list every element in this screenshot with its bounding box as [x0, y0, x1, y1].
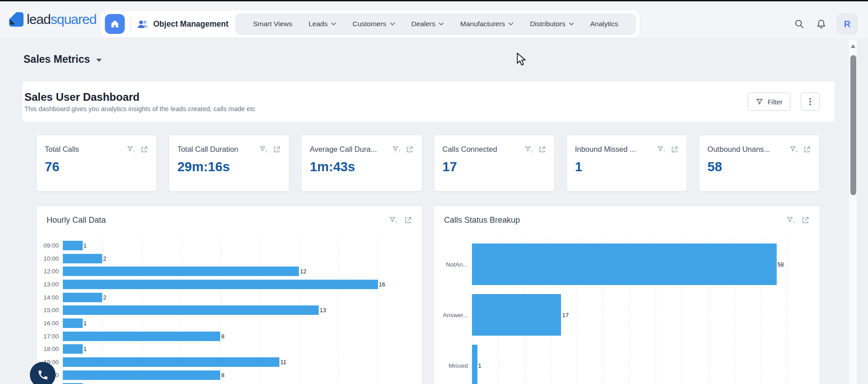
vertical-scrollbar[interactable] — [849, 40, 857, 384]
value-label: 8 — [221, 372, 224, 379]
hourly-call-data-panel: Hourly Call Data 09:00110:00212:001213:0… — [36, 206, 423, 384]
bar[interactable] — [63, 357, 279, 367]
filter-button-label: Filter — [768, 98, 783, 106]
value-label: 2 — [103, 255, 106, 262]
bar[interactable] — [472, 244, 777, 285]
kpi-value: 29m:16s — [177, 159, 281, 174]
value-label: 8 — [221, 333, 224, 340]
kpi-card: Inbound Missed ...1 — [566, 135, 687, 192]
kpi-card-header: Total Call Duration — [177, 145, 281, 154]
external-link-icon[interactable] — [538, 145, 546, 154]
kpi-label: Total Call Duration — [177, 145, 255, 154]
bar[interactable] — [63, 318, 83, 328]
kebab-menu-icon — [805, 97, 815, 107]
kpi-row: Total Calls76Total Call Duration29m:16sA… — [36, 135, 820, 192]
category-label: 17:00 — [37, 333, 63, 340]
filter-applied-icon[interactable] — [392, 145, 401, 154]
dashboard-header: Sales User Dashboard This dashboard give… — [23, 82, 835, 122]
value-label: 1 — [478, 362, 481, 369]
user-avatar[interactable]: R — [837, 14, 858, 34]
nav-item-distributors[interactable]: Distributors — [530, 20, 574, 28]
home-button[interactable] — [105, 14, 125, 34]
bar[interactable] — [63, 305, 319, 315]
filter-applied-icon[interactable] — [259, 145, 268, 154]
filter-applied-icon[interactable] — [657, 145, 666, 154]
bar-track: 16 — [63, 280, 413, 289]
external-link-icon[interactable] — [273, 145, 281, 154]
nav-item-manufacturers[interactable]: Manufacturers — [460, 20, 514, 28]
bar-track: 1 — [63, 318, 413, 328]
nav-item-smart-views[interactable]: Smart Views — [253, 20, 292, 28]
filter-applied-icon[interactable] — [127, 145, 136, 154]
nav-item-analytics[interactable]: Analytics — [590, 20, 618, 28]
kpi-card: Outbound Unans...58 — [699, 135, 820, 192]
bar[interactable] — [63, 344, 83, 354]
value-label: 2 — [103, 294, 106, 301]
nav-item-customers[interactable]: Customers — [353, 20, 395, 28]
bar[interactable] — [63, 254, 102, 263]
bar-track: 12 — [63, 267, 413, 276]
kpi-value: 17 — [443, 159, 546, 174]
external-link-icon[interactable] — [803, 145, 811, 154]
bar[interactable] — [472, 294, 561, 336]
chart-row: 15:0013 — [37, 304, 422, 317]
bar-track: 58 — [472, 244, 811, 285]
object-management-menu[interactable]: Object Management — [137, 19, 228, 29]
chart-row: 20:008 — [37, 369, 422, 382]
nav-item-label: Dealers — [411, 20, 435, 28]
external-link-icon[interactable] — [404, 216, 412, 225]
chart-row: 14:002 — [37, 291, 422, 304]
chevron-down-icon — [331, 22, 336, 26]
external-link-icon[interactable] — [670, 145, 679, 154]
chart-row: 09:001 — [37, 239, 422, 252]
bar[interactable] — [472, 345, 477, 384]
panel-icons — [389, 216, 412, 225]
chart-rows: 09:00110:00212:001213:001614:00215:00131… — [37, 239, 422, 384]
leadsquared-logo[interactable]: leadsquared — [9, 12, 96, 27]
filter-icon — [755, 98, 764, 106]
home-icon — [110, 19, 120, 29]
search-button[interactable] — [793, 18, 805, 30]
main-nav: Smart ViewsLeadsCustomersDealersManufact… — [235, 13, 636, 35]
kpi-value: 1 — [575, 159, 679, 174]
top-navigation-bar: leadsquared Object Management Smart View… — [0, 1, 868, 38]
phone-call-fab[interactable] — [30, 362, 56, 384]
bar[interactable] — [63, 241, 83, 250]
filter-applied-icon[interactable] — [786, 216, 796, 225]
page: leadsquared Object Management Smart View… — [0, 0, 868, 384]
bar[interactable] — [63, 267, 299, 276]
value-label: 58 — [778, 261, 784, 268]
filter-applied-icon[interactable] — [389, 216, 398, 225]
bar[interactable] — [63, 370, 220, 380]
value-label: 1 — [84, 346, 87, 352]
bar-track: 1 — [472, 345, 811, 384]
filter-applied-icon[interactable] — [524, 145, 533, 154]
bar-track: 8 — [63, 370, 413, 380]
category-label: 09:00 — [37, 242, 63, 249]
chart-area: NotAn...58Answer...17Missed1 — [434, 239, 820, 384]
nav-item-leads[interactable]: Leads — [308, 20, 336, 28]
page-title-dropdown-caret-icon[interactable] — [96, 59, 102, 62]
external-link-icon[interactable] — [406, 145, 414, 154]
bar-track: 13 — [63, 305, 413, 315]
category-label: 16:00 — [37, 320, 63, 327]
chart-row: 19:0011 — [37, 356, 422, 369]
bar-track: 11 — [63, 357, 413, 367]
scrollbar-thumb[interactable] — [850, 55, 856, 195]
bar[interactable] — [63, 280, 378, 289]
external-link-icon[interactable] — [801, 216, 810, 225]
chevron-down-icon — [439, 22, 444, 26]
more-options-button[interactable] — [801, 93, 820, 111]
bell-icon — [816, 19, 827, 30]
filter-applied-icon[interactable] — [789, 145, 798, 154]
filter-button[interactable]: Filter — [748, 93, 790, 111]
scrollbar-up-arrow-icon[interactable] — [851, 44, 855, 48]
notifications-button[interactable] — [815, 18, 827, 30]
kpi-card: Total Call Duration29m:16s — [169, 135, 289, 192]
external-link-icon[interactable] — [140, 145, 148, 154]
bar[interactable] — [63, 332, 220, 341]
chart-row: Missed1 — [434, 340, 820, 384]
bar[interactable] — [63, 293, 102, 302]
phone-icon — [37, 369, 49, 381]
nav-item-dealers[interactable]: Dealers — [411, 20, 444, 28]
